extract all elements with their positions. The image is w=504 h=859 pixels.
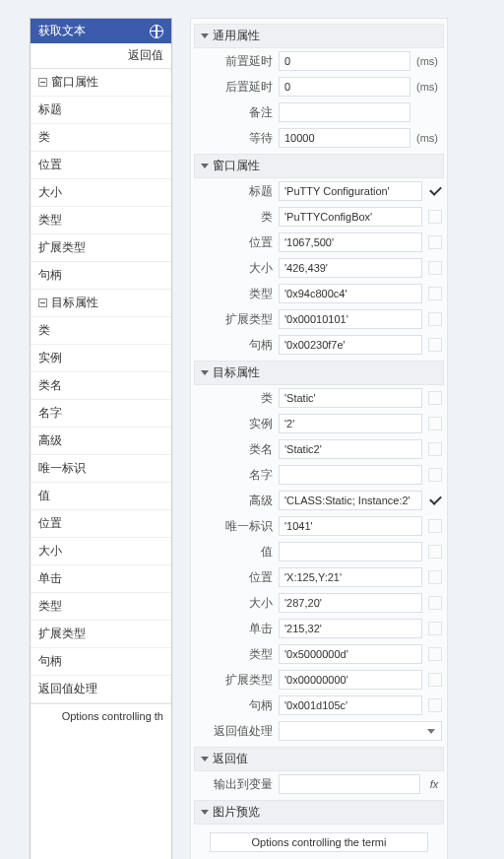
row-wait: 等待 10000 (ms) — [194, 125, 444, 151]
tree-item[interactable]: 返回值处理 — [31, 676, 171, 703]
collapse-icon[interactable] — [38, 78, 47, 87]
check-icon[interactable] — [428, 494, 442, 507]
collapse-icon[interactable] — [38, 298, 47, 307]
chevron-down-icon — [201, 164, 209, 168]
checkbox[interactable] — [428, 647, 442, 661]
tree-item[interactable]: 高级 — [31, 428, 171, 455]
remark-input[interactable] — [279, 102, 410, 122]
target-class-input[interactable]: 'Static' — [279, 388, 422, 408]
properties-panel: 通用属性 前置延时 0 (ms) 后置延时 0 (ms) 备注 等待 10000… — [190, 18, 448, 859]
tree-item[interactable]: 类型 — [31, 593, 171, 621]
tree-item[interactable]: 位置 — [31, 510, 171, 538]
tree-item[interactable]: 句柄 — [31, 262, 171, 290]
tree-item[interactable]: 实例 — [31, 345, 171, 372]
row-pre-delay: 前置延时 0 (ms) — [194, 48, 444, 74]
tree-item[interactable]: 大小 — [31, 538, 171, 565]
row-remark: 备注 — [194, 99, 444, 125]
target-val-input[interactable] — [279, 542, 422, 562]
chevron-down-icon — [427, 729, 435, 734]
row-output-variable: 输出到变量 fx — [194, 771, 444, 797]
property-tree: 窗口属性 标题 类 位置 大小 类型 扩展类型 句柄 目标属性 类 实例 类名 … — [31, 69, 171, 703]
target-pos-input[interactable]: 'X:125,Y:21' — [279, 567, 422, 587]
post-delay-input[interactable]: 0 — [279, 77, 410, 97]
block-header[interactable]: 获取文本 — [31, 19, 171, 43]
checkbox[interactable] — [428, 596, 442, 610]
checkbox[interactable] — [428, 287, 442, 300]
pre-delay-input[interactable]: 0 — [279, 51, 410, 71]
window-handle-input[interactable]: '0x00230f7e' — [279, 335, 422, 355]
target-click-input[interactable]: '215,32' — [279, 619, 422, 638]
window-title-input[interactable]: 'PuTTY Configuration' — [279, 181, 422, 201]
block-title: 获取文本 — [38, 23, 86, 39]
checkbox[interactable] — [428, 442, 442, 456]
tree-item[interactable]: 单击 — [31, 565, 171, 593]
checkbox[interactable] — [428, 391, 442, 405]
target-ext-input[interactable]: '0x00000000' — [279, 670, 422, 690]
tree-item[interactable]: 句柄 — [31, 648, 171, 676]
window-pos-input[interactable]: '1067,500' — [279, 232, 422, 252]
tree-item[interactable]: 大小 — [31, 179, 171, 207]
checkbox[interactable] — [428, 698, 442, 712]
checkbox[interactable] — [428, 673, 442, 687]
section-return[interactable]: 返回值 — [194, 747, 444, 771]
tree-item[interactable]: 扩展类型 — [31, 234, 171, 262]
tree-item[interactable]: 类名 — [31, 372, 171, 400]
checkbox[interactable] — [428, 468, 442, 482]
tree-item[interactable]: 值 — [31, 483, 171, 510]
section-target[interactable]: 目标属性 — [194, 361, 444, 385]
target-classname-input[interactable]: 'Static2' — [279, 439, 422, 459]
target-handle-input[interactable]: '0x001d105c' — [279, 695, 422, 715]
group-target-props[interactable]: 目标属性 — [31, 290, 171, 317]
checkbox[interactable] — [428, 417, 442, 430]
target-adv-input[interactable]: 'CLASS:Static; Instance:2' — [279, 491, 422, 510]
window-size-input[interactable]: '426,439' — [279, 258, 422, 278]
block-footer-preview: Options controlling th — [31, 703, 171, 728]
window-class-input[interactable]: 'PuTTYConfigBox' — [279, 207, 422, 227]
row-return-processing: 返回值处理 — [194, 718, 444, 744]
checkbox[interactable] — [428, 312, 442, 326]
checkbox[interactable] — [428, 519, 442, 533]
tree-item[interactable]: 类型 — [31, 207, 171, 234]
move-target-icon[interactable] — [150, 25, 163, 38]
chevron-down-icon — [201, 757, 209, 761]
checkbox[interactable] — [428, 545, 442, 559]
return-value-label: 返回值 — [31, 43, 171, 69]
checkbox[interactable] — [428, 622, 442, 635]
checkbox[interactable] — [428, 338, 442, 352]
target-type-input[interactable]: '0x5000000d' — [279, 644, 422, 664]
tree-item[interactable]: 位置 — [31, 152, 171, 179]
checkbox[interactable] — [428, 570, 442, 584]
tree-item[interactable]: 类 — [31, 317, 171, 345]
target-uid-input[interactable]: '1041' — [279, 516, 422, 536]
checkbox[interactable] — [428, 210, 442, 224]
tree-item[interactable]: 唯一标识 — [31, 455, 171, 483]
target-size-input[interactable]: '287,20' — [279, 593, 422, 613]
tree-item[interactable]: 标题 — [31, 97, 171, 124]
tree-item[interactable]: 名字 — [31, 400, 171, 428]
fx-icon[interactable]: fx — [426, 778, 442, 790]
row-post-delay: 后置延时 0 (ms) — [194, 74, 444, 99]
chevron-down-icon — [201, 370, 209, 375]
return-proc-dropdown[interactable] — [279, 721, 442, 741]
checkbox[interactable] — [428, 261, 442, 275]
target-instance-input[interactable]: '2' — [279, 414, 422, 433]
checkbox[interactable] — [428, 235, 442, 249]
chevron-down-icon — [201, 33, 209, 38]
action-block: 获取文本 返回值 窗口属性 标题 类 位置 大小 类型 扩展类型 句柄 目标属性… — [30, 18, 172, 859]
group-window-props[interactable]: 窗口属性 — [31, 69, 171, 97]
section-general[interactable]: 通用属性 — [194, 24, 444, 48]
check-icon[interactable] — [428, 184, 442, 198]
section-image-preview[interactable]: 图片预览 — [194, 800, 444, 825]
preview-text: Options controlling the termi — [210, 832, 428, 852]
window-ext-input[interactable]: '0x00010101' — [279, 309, 422, 329]
target-name-input[interactable] — [279, 465, 422, 485]
tree-item[interactable]: 扩展类型 — [31, 621, 171, 648]
output-variable-input[interactable] — [279, 774, 420, 794]
section-window[interactable]: 窗口属性 — [194, 154, 444, 178]
window-type-input[interactable]: '0x94c800c4' — [279, 284, 422, 303]
chevron-down-icon — [201, 810, 209, 815]
tree-item[interactable]: 类 — [31, 124, 171, 152]
wait-input[interactable]: 10000 — [279, 128, 410, 148]
